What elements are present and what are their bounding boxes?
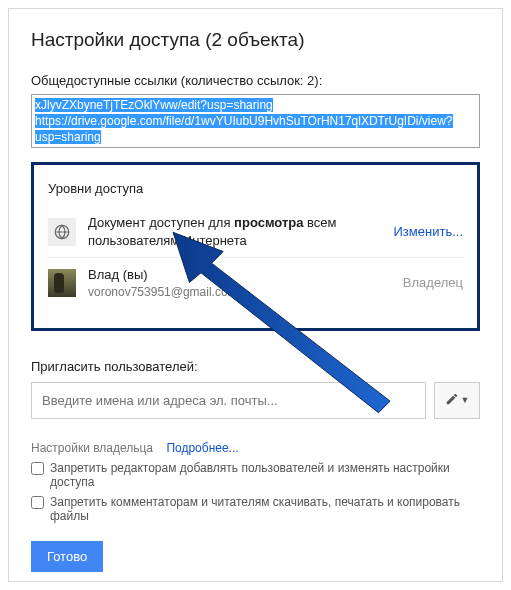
done-button[interactable]: Готово — [31, 541, 103, 572]
link-text-3: usp=sharing — [35, 130, 101, 144]
access-row-owner: Влад (вы) voronov753951@gmail.com Владел… — [42, 258, 469, 308]
pencil-icon — [445, 392, 459, 409]
sharing-dialog: Настройки доступа (2 объекта) Общедоступ… — [8, 8, 503, 582]
public-access-text: Документ доступен для просмотра всем пол… — [88, 214, 382, 249]
owner-settings-label: Настройки владельца — [31, 441, 153, 455]
owner-text: Влад (вы) voronov753951@gmail.com — [88, 266, 391, 300]
access-levels-title: Уровни доступа — [42, 175, 469, 206]
owner-name: Влад (вы) — [88, 266, 391, 284]
permission-dropdown-button[interactable]: ▼ — [434, 382, 480, 419]
owner-email: voronov753951@gmail.com — [88, 284, 391, 300]
access-levels-section: Уровни доступа Документ доступен для про… — [31, 162, 480, 331]
public-links-textarea[interactable]: xJlyvZXbynеTjTEzOklYww/edit?usp=sharing … — [31, 94, 480, 148]
invite-label: Пригласить пользователей: — [31, 359, 480, 374]
links-label: Общедоступные ссылки (количество ссылок:… — [31, 73, 480, 88]
dialog-title: Настройки доступа (2 объекта) — [31, 29, 480, 51]
invite-input[interactable] — [31, 382, 426, 419]
chevron-down-icon: ▼ — [461, 395, 470, 405]
owner-role-label: Владелец — [403, 275, 463, 290]
checkbox-prevent-download[interactable]: Запретить комментаторам и читателям скач… — [31, 495, 480, 523]
checkbox-prevent-editors[interactable]: Запретить редакторам добавлять пользоват… — [31, 461, 480, 489]
owner-settings: Настройки владельца Подробнее... Запрети… — [31, 441, 480, 523]
change-access-link[interactable]: Изменить... — [394, 224, 463, 239]
link-text-2: https://drive.google.com/file/d/1wvYUIub… — [35, 114, 453, 128]
globe-icon — [48, 218, 76, 246]
checkbox-prevent-editors-input[interactable] — [31, 462, 44, 475]
invite-section: Пригласить пользователей: ▼ — [31, 359, 480, 419]
checkbox-prevent-download-input[interactable] — [31, 496, 44, 509]
learn-more-link[interactable]: Подробнее... — [166, 441, 238, 455]
avatar — [48, 269, 76, 297]
link-text-1: xJlyvZXbynеTjTEzOklYww/edit?usp=sharing — [35, 98, 273, 112]
access-row-public: Документ доступен для просмотра всем пол… — [42, 206, 469, 257]
